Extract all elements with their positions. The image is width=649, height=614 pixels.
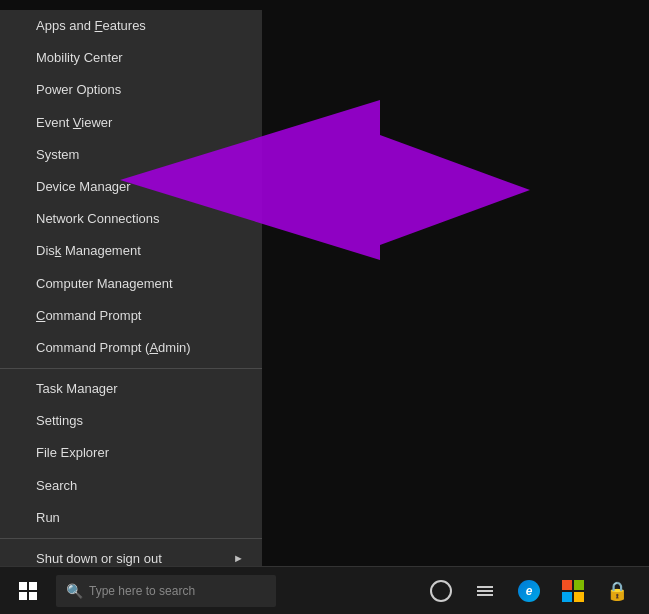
taskbar-task-view-button[interactable] bbox=[465, 571, 505, 611]
edge-icon: e bbox=[518, 580, 540, 602]
menu-item-run[interactable]: Run bbox=[0, 502, 262, 534]
windows-logo-icon bbox=[19, 582, 37, 600]
menu-item-network-connections[interactable]: Network Connections bbox=[0, 203, 262, 235]
taskbar-edge-button[interactable]: e bbox=[509, 571, 549, 611]
menu-item-command-prompt[interactable]: Command Prompt bbox=[0, 300, 262, 332]
menu-divider-1 bbox=[0, 368, 262, 369]
menu-item-computer-management[interactable]: Computer Management bbox=[0, 268, 262, 300]
menu-item-file-explorer[interactable]: File Explorer bbox=[0, 437, 262, 469]
menu-item-command-prompt-admin[interactable]: Command Prompt (Admin) bbox=[0, 332, 262, 364]
taskbar-search-icon: 🔍 bbox=[66, 583, 83, 599]
menu-item-event-viewer[interactable]: Event Viewer bbox=[0, 107, 262, 139]
task-view-icon bbox=[477, 586, 493, 596]
menu-item-mobility-center[interactable]: Mobility Center bbox=[0, 42, 262, 74]
store-icon bbox=[562, 580, 584, 602]
menu-divider-2 bbox=[0, 538, 262, 539]
taskbar-search-placeholder: Type here to search bbox=[89, 584, 195, 598]
taskbar-right-icons: e 🔒 bbox=[421, 571, 645, 611]
taskbar-search[interactable]: 🔍 Type here to search bbox=[56, 575, 276, 607]
menu-item-device-manager[interactable]: Device Manager bbox=[0, 171, 262, 203]
menu-item-apps-features[interactable]: Apps and Features bbox=[0, 10, 262, 42]
taskbar-lock-button[interactable]: 🔒 bbox=[597, 571, 637, 611]
taskbar-search-button[interactable] bbox=[421, 571, 461, 611]
menu-item-disk-management[interactable]: Disk Management bbox=[0, 235, 262, 267]
menu-item-settings[interactable]: Settings bbox=[0, 405, 262, 437]
lock-icon: 🔒 bbox=[606, 580, 628, 602]
start-button[interactable] bbox=[4, 567, 52, 615]
taskbar: 🔍 Type here to search e bbox=[0, 566, 649, 614]
shut-down-arrow-icon: ► bbox=[233, 551, 244, 566]
menu-item-search[interactable]: Search bbox=[0, 470, 262, 502]
taskbar-store-button[interactable] bbox=[553, 571, 593, 611]
desktop: Apps and Features Mobility Center Power … bbox=[0, 0, 649, 614]
menu-item-system[interactable]: System bbox=[0, 139, 262, 171]
menu-item-task-manager[interactable]: Task Manager bbox=[0, 373, 262, 405]
search-circle-icon bbox=[430, 580, 452, 602]
menu-item-power-options[interactable]: Power Options bbox=[0, 74, 262, 106]
context-menu: Apps and Features Mobility Center Power … bbox=[0, 10, 262, 614]
